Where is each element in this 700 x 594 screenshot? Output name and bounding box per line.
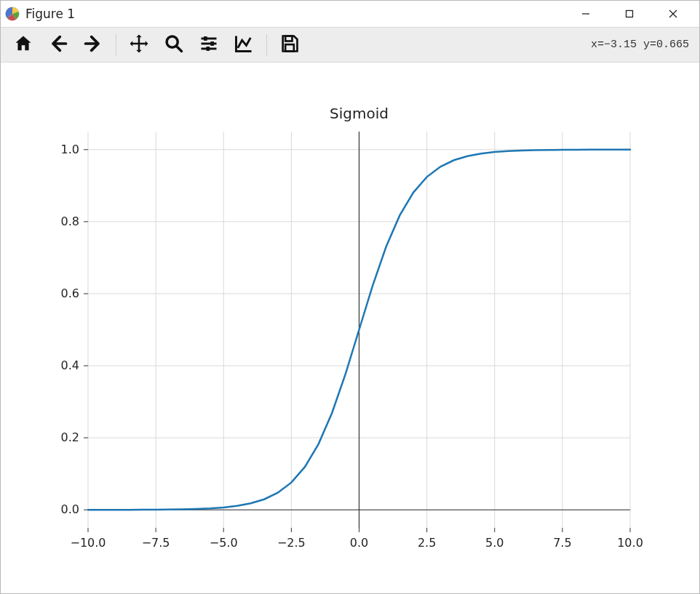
save-button[interactable] (277, 33, 302, 57)
edit-axis-button[interactable] (231, 33, 256, 57)
sliders-icon (199, 33, 219, 57)
toolbar-divider (266, 34, 267, 56)
svg-rect-10 (210, 41, 214, 46)
home-button[interactable] (11, 33, 36, 57)
y-tick-label: 1.0 (61, 143, 79, 156)
figure-window: Figure 1 (0, 0, 700, 594)
minimize-button[interactable] (564, 1, 608, 27)
home-icon (13, 33, 33, 57)
move-icon (128, 33, 150, 57)
x-tick-label: 2.5 (418, 536, 436, 550)
svg-rect-12 (207, 47, 210, 51)
y-tick-label: 0.6 (61, 286, 79, 300)
pan-button[interactable] (127, 33, 151, 57)
x-tick-label: −5.0 (210, 536, 238, 550)
zoom-button[interactable] (162, 33, 186, 57)
close-button[interactable] (651, 1, 695, 27)
chart-canvas: −10.0−7.5−5.0−2.50.02.55.07.510.00.00.20… (1, 63, 699, 593)
zoom-icon (164, 33, 184, 57)
toolbar: x=−3.15 y=0.665 (1, 27, 699, 63)
plot-area[interactable]: −10.0−7.5−5.0−2.50.02.55.07.510.00.00.20… (1, 63, 699, 593)
maximize-button[interactable] (608, 1, 651, 27)
window-controls (564, 1, 695, 27)
arrow-right-icon (83, 33, 103, 57)
configure-subplots-button[interactable] (196, 33, 221, 57)
svg-rect-13 (285, 36, 292, 41)
axes-icon (234, 33, 254, 57)
x-tick-label: 7.5 (553, 536, 571, 550)
svg-rect-14 (285, 44, 294, 51)
y-tick-label: 0.0 (61, 502, 79, 516)
window-title: Figure 1 (25, 7, 75, 21)
forward-button[interactable] (81, 33, 106, 57)
arrow-left-icon (48, 33, 68, 57)
x-tick-label: 5.0 (485, 536, 504, 550)
chart-title: Sigmoid (330, 105, 389, 122)
svg-rect-8 (204, 36, 207, 41)
y-tick-label: 0.8 (61, 214, 79, 228)
toolbar-divider (116, 34, 116, 56)
x-tick-label: 10.0 (617, 536, 643, 550)
titlebar: Figure 1 (1, 1, 699, 27)
coordinate-readout: x=−3.15 y=0.665 (591, 39, 692, 51)
matplotlib-icon (5, 7, 20, 21)
x-tick-label: −7.5 (142, 536, 170, 550)
y-tick-label: 0.4 (61, 358, 79, 372)
back-button[interactable] (46, 33, 71, 57)
y-tick-label: 0.2 (61, 430, 79, 444)
save-icon (279, 33, 300, 57)
x-tick-label: −10.0 (70, 536, 106, 550)
x-tick-label: −2.5 (277, 536, 306, 550)
svg-line-6 (177, 46, 182, 51)
x-tick-label: 0.0 (350, 536, 368, 550)
svg-rect-2 (627, 11, 633, 17)
